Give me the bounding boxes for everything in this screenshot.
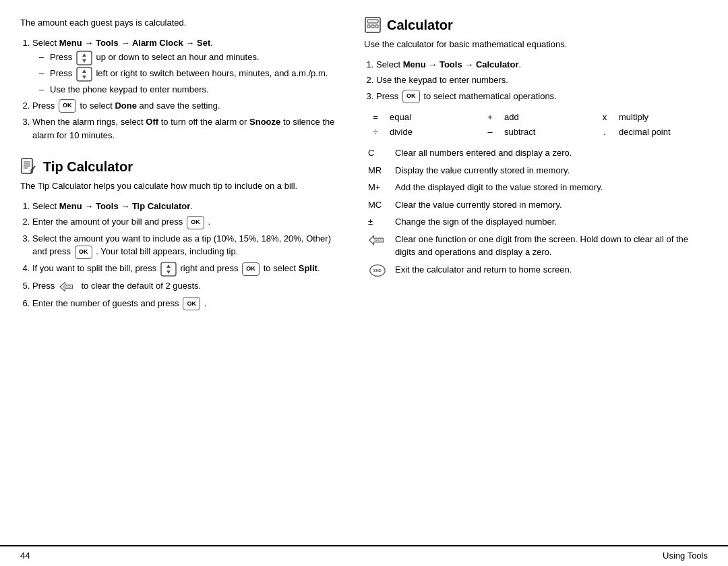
calc-step-2: Use the keypad to enter numbers. <box>376 74 708 87</box>
ok-icon-5: OK <box>183 297 200 310</box>
key-end: END <box>364 261 391 280</box>
alarm-step-3: When the alarm rings, select Off to turn… <box>32 115 344 142</box>
func-row-back: BACK Clear one function or one digit fro… <box>364 231 708 261</box>
operators-table: = equal + add x multiply ÷ divide – subt… <box>364 110 708 139</box>
desc-end: Exit the calculator and return to home s… <box>391 261 708 280</box>
func-row-mplus: M+ Add the displayed digit to the value … <box>364 179 708 196</box>
desc-back: Clear one function or one digit from the… <box>391 231 708 261</box>
alarm-step-1: Select Menu → Tools → Alarm Clock → Set.… <box>32 36 344 96</box>
left-column: The amount each guest pays is calculated… <box>20 16 344 538</box>
svg-text:END: END <box>373 268 382 273</box>
svg-rect-21 <box>371 25 374 28</box>
label-subtract: subtract <box>502 125 593 140</box>
desc-mc: Clear the value currently stored in memo… <box>391 196 708 214</box>
svg-rect-19 <box>367 20 378 23</box>
back-icon-2: BACK <box>368 233 387 248</box>
off-bold: Off <box>146 117 158 127</box>
nav-icon-3 <box>160 262 177 277</box>
func-row-mr: MR Display the value currently stored in… <box>364 162 708 179</box>
svg-rect-20 <box>367 25 370 28</box>
desc-plusminus: Change the sign of the displayed number. <box>391 213 708 231</box>
key-plusminus: ± <box>364 213 391 231</box>
back-icon-1: BACK <box>59 279 78 294</box>
tip-step-6: Enter the number of guests and press OK … <box>32 297 344 311</box>
ok-icon-1: OK <box>59 99 76 113</box>
menu-bold: Menu <box>59 38 82 48</box>
alarm-sub-list: Press up or down to select an h <box>32 51 344 96</box>
alarm-sub-1: Press up or down to select an h <box>39 51 344 65</box>
done-bold: Done <box>115 101 137 111</box>
nav-icon-1 <box>76 51 92 65</box>
operator-row-2: ÷ divide – subtract . decimal point <box>364 125 708 140</box>
func-table: C Clear all numbers entered and display … <box>364 144 708 280</box>
tip-calc-header: Tip Calculator <box>20 158 344 175</box>
key-back: BACK <box>364 231 391 261</box>
func-row-mc: MC Clear the value currently stored in m… <box>364 196 708 214</box>
desc-mr: Display the value currently stored in me… <box>391 162 708 179</box>
set-bold: Set <box>197 38 210 48</box>
page-number: 44 <box>20 550 30 561</box>
alarm-top-intro: The amount each guest pays is calculated… <box>20 16 344 30</box>
key-mr: MR <box>364 162 391 179</box>
tip-calc-title: Tip Calculator <box>43 159 133 175</box>
footer-section-label: Using Tools <box>663 550 708 561</box>
calc-steps-list: Select Menu → Tools → Calculator. Use th… <box>364 58 708 104</box>
label-equal: equal <box>387 110 479 125</box>
calc-header: Calculator <box>364 16 708 34</box>
calc-step-3: Press OK to select mathematical operatio… <box>376 90 708 104</box>
tip-step-1: Select Menu → Tools → Tip Calculator. <box>32 200 344 213</box>
calc-intro: Use the calculator for basic mathematica… <box>364 38 708 51</box>
snooze-bold: Snooze <box>249 117 280 127</box>
sym-multiply: x <box>593 110 616 125</box>
tip-tools-bold: Tools <box>96 201 119 211</box>
func-row-end: END Exit the calculator and return to ho… <box>364 261 708 280</box>
footer: 44 Using Tools <box>0 545 728 566</box>
label-multiply: multiply <box>616 110 708 125</box>
func-row-plusminus: ± Change the sign of the displayed numbe… <box>364 213 708 231</box>
tip-step-5: Press BACK to clear the default of 2 gue… <box>32 279 344 294</box>
label-add: add <box>502 110 593 125</box>
calc-tools-bold: Tools <box>439 59 462 69</box>
calc-step-1: Select Menu → Tools → Calculator. <box>376 58 708 72</box>
func-row-c: C Clear all numbers entered and display … <box>364 144 708 162</box>
sym-divide: ÷ <box>364 125 387 140</box>
svg-text:BACK: BACK <box>63 285 73 289</box>
sym-subtract: – <box>479 125 502 140</box>
tip-menu-bold: Menu <box>59 201 82 211</box>
ok-icon-2: OK <box>187 216 204 229</box>
ok-icon-6: OK <box>402 90 420 103</box>
end-icon-1: END <box>368 263 387 278</box>
svg-text:BACK: BACK <box>374 238 382 242</box>
ok-icon-3: OK <box>75 246 92 259</box>
content-area: The amount each guest pays is calculated… <box>0 0 728 545</box>
svg-rect-22 <box>375 25 378 28</box>
calc-calc-bold: Calculator <box>476 59 519 69</box>
sym-equal: = <box>364 110 387 125</box>
tools-bold: Tools <box>96 38 119 48</box>
label-divide: divide <box>387 125 479 140</box>
page: The amount each guest pays is calculated… <box>0 0 728 566</box>
label-decimal: decimal point <box>616 125 708 140</box>
key-mc: MC <box>364 196 391 214</box>
right-column: Calculator Use the calculator for basic … <box>364 16 708 538</box>
key-c: C <box>364 144 391 162</box>
desc-mplus: Add the displayed digit to the value sto… <box>391 179 708 196</box>
alarm-step-2: Press OK to select Done and save the set… <box>32 99 344 113</box>
alarm-sub-2: Press left or right to switch between ho… <box>39 67 344 82</box>
tip-step-3: Select the amount you want to include as… <box>32 232 344 259</box>
split-bold: Split <box>299 263 317 273</box>
sym-decimal: . <box>593 125 616 140</box>
tip-steps-list: Select Menu → Tools → Tip Calculator. En… <box>20 200 344 311</box>
ok-icon-4: OK <box>242 262 260 276</box>
key-mplus: M+ <box>364 179 391 196</box>
alarmclock-bold: Alarm Clock <box>132 38 183 48</box>
sym-add: + <box>479 110 502 125</box>
tip-calc-intro: The Tip Calculator helps you calculate h… <box>20 179 344 193</box>
tip-step-4: If you want to split the bill, press rig… <box>32 262 344 277</box>
calc-title: Calculator <box>387 18 453 33</box>
alarm-steps-list: Select Menu → Tools → Alarm Clock → Set.… <box>20 36 344 142</box>
tip-calc-icon <box>20 158 38 175</box>
tip-tipcalc-bold: Tip Calculator <box>132 201 190 211</box>
desc-c: Clear all numbers entered and display a … <box>391 144 708 162</box>
calc-menu-bold: Menu <box>403 59 426 69</box>
